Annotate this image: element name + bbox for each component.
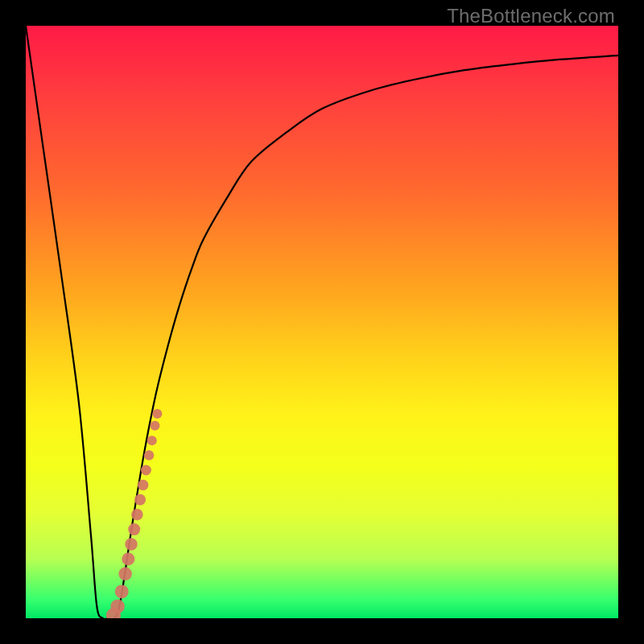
plot-area <box>26 26 618 618</box>
sample-dot <box>110 600 125 614</box>
sample-dot <box>131 509 143 521</box>
chart-svg <box>26 26 618 618</box>
sample-dot <box>122 552 134 565</box>
bottleneck-curve <box>26 26 618 618</box>
sample-dot <box>147 436 157 445</box>
sample-dot <box>128 523 140 535</box>
sample-dot <box>118 568 132 581</box>
sample-dot <box>152 409 162 419</box>
sample-dot <box>125 538 138 551</box>
sample-dot <box>150 421 159 431</box>
sample-dots <box>106 409 162 618</box>
chart-frame: TheBottleneck.com <box>0 0 644 644</box>
sample-dot <box>138 480 149 491</box>
sample-dot <box>134 494 146 506</box>
attribution-label: TheBottleneck.com <box>447 5 615 27</box>
sample-dot <box>141 465 151 476</box>
sample-dot <box>115 584 129 598</box>
sample-dot <box>144 450 155 460</box>
